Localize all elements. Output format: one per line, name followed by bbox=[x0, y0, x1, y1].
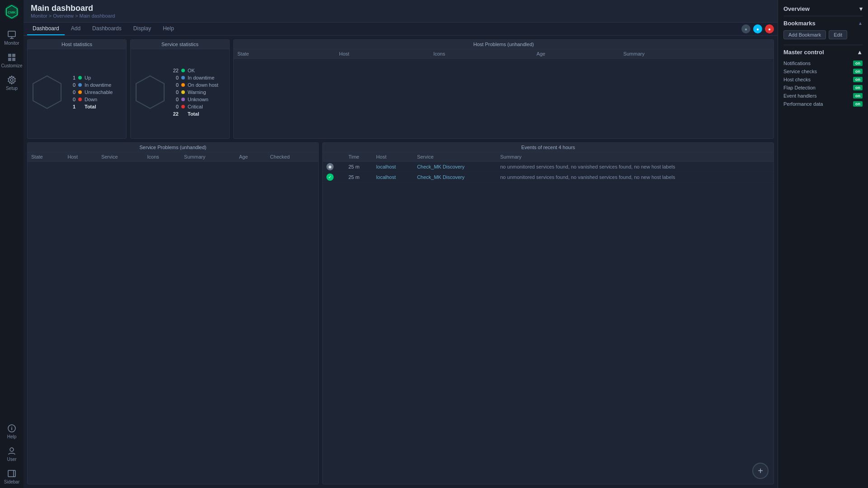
event-row[interactable]: ✓ 25 m localhost Check_MK Discovery no u… bbox=[323, 172, 774, 183]
event-summary: no unmonitored services found, no vanish… bbox=[496, 172, 774, 183]
host-stat-downtime[interactable]: 0 In downtime bbox=[66, 81, 123, 89]
nav-monitor[interactable]: Monitor bbox=[0, 27, 24, 49]
event-service[interactable]: Check_MK Discovery bbox=[413, 162, 496, 172]
dot-ok bbox=[181, 69, 185, 72]
service-hexagon bbox=[134, 74, 166, 110]
event-time: 25 m bbox=[345, 162, 373, 172]
event-host[interactable]: localhost bbox=[373, 162, 413, 172]
app-logo[interactable]: CMK bbox=[4, 4, 20, 21]
add-widget-button[interactable]: + bbox=[752, 463, 769, 479]
nav-help[interactable]: i Help bbox=[0, 420, 24, 443]
tab-display[interactable]: Display bbox=[128, 23, 156, 35]
evt-col-summary: Summary bbox=[496, 152, 774, 162]
dot-svc-total bbox=[181, 112, 185, 116]
service-statistics-panel: Service statistics 22 OK 0 bbox=[130, 39, 230, 139]
host-stat-down[interactable]: 0 Down bbox=[66, 96, 123, 103]
edit-bookmark-button[interactable]: Edit bbox=[829, 30, 847, 39]
event-host[interactable]: localhost bbox=[373, 172, 413, 183]
master-control-item[interactable]: Host checks on bbox=[783, 75, 863, 84]
svc-stat-unknown[interactable]: 0 Unknown bbox=[170, 96, 226, 103]
col-age: Age bbox=[533, 49, 620, 59]
master-control-arrow[interactable]: ▲ bbox=[857, 49, 863, 56]
main-area: Main dashboard Monitor > Overview > Main… bbox=[24, 0, 778, 488]
master-control-item[interactable]: Service checks on bbox=[783, 67, 863, 75]
nav-customize[interactable]: Customize bbox=[0, 49, 24, 72]
tab-icon-1[interactable]: ● bbox=[741, 24, 750, 33]
event-service[interactable]: Check_MK Discovery bbox=[413, 172, 496, 183]
nav-tabs-bar: Dashboard Add Dashboards Display Help ● … bbox=[24, 23, 778, 36]
event-status-icon: ◉ bbox=[323, 162, 345, 172]
svg-text:i: i bbox=[11, 426, 12, 431]
tab-icon-3[interactable]: ● bbox=[765, 24, 774, 33]
dot-down bbox=[78, 98, 82, 101]
host-problems-table: State Host Icons Age Summary bbox=[234, 49, 774, 59]
breadcrumb: Monitor > Overview > Main dashboard bbox=[31, 13, 770, 19]
control-status-badge[interactable]: on bbox=[853, 77, 863, 82]
divider-2 bbox=[783, 45, 863, 45]
host-stat-unreachable[interactable]: 0 Unreachable bbox=[66, 89, 123, 96]
divider-1 bbox=[783, 16, 863, 16]
master-control-item[interactable]: Flap Detection on bbox=[783, 84, 863, 92]
control-label: Host checks bbox=[783, 77, 811, 82]
svg-marker-16 bbox=[33, 76, 61, 108]
events-header-row: Time Host Service Summary bbox=[323, 152, 774, 162]
bookmarks-arrow[interactable]: ▲ bbox=[858, 21, 863, 26]
svc-col-state: State bbox=[28, 152, 64, 162]
svc-col-checked: Checked bbox=[266, 152, 318, 162]
control-label: Notifications bbox=[783, 61, 811, 66]
control-status-badge[interactable]: on bbox=[853, 93, 863, 99]
dot-unreachable bbox=[78, 90, 82, 94]
host-stats-header: Host statistics bbox=[28, 40, 126, 49]
svc-stat-downhost[interactable]: 0 On down host bbox=[170, 81, 226, 89]
tab-help[interactable]: Help bbox=[157, 23, 179, 35]
svc-stat-warning[interactable]: 0 Warning bbox=[170, 89, 226, 96]
svc-col-age: Age bbox=[236, 152, 267, 162]
col-host: Host bbox=[335, 49, 429, 59]
host-problems-panel: Host Problems (unhandled) State Host Ico… bbox=[233, 39, 774, 139]
nav-setup[interactable]: Setup bbox=[0, 72, 24, 94]
control-status-badge[interactable]: on bbox=[853, 101, 863, 107]
service-problems-header: Service Problems (unhandled) bbox=[28, 143, 318, 152]
dashboard-content: Host statistics 1 Up 0 bbox=[24, 36, 778, 488]
service-stats-header: Service statistics bbox=[131, 40, 229, 49]
tab-add[interactable]: Add bbox=[66, 23, 86, 35]
svg-rect-7 bbox=[12, 54, 15, 57]
dot-total bbox=[78, 105, 82, 108]
svg-rect-9 bbox=[12, 58, 15, 61]
tab-icon-2[interactable]: ● bbox=[753, 24, 762, 33]
evt-col-icon bbox=[323, 152, 345, 162]
master-control-item[interactable]: Performance data on bbox=[783, 100, 863, 108]
dot-critical bbox=[181, 105, 185, 108]
event-row[interactable]: ◉ 25 m localhost Check_MK Discovery no u… bbox=[323, 162, 774, 172]
tab-dashboards[interactable]: Dashboards bbox=[87, 23, 127, 35]
add-bookmark-button[interactable]: Add Bookmark bbox=[783, 30, 826, 39]
service-problems-table: State Host Service Icons Summary Age Che… bbox=[28, 152, 318, 162]
control-status-badge[interactable]: on bbox=[853, 61, 863, 66]
host-problems-header-row: State Host Icons Age Summary bbox=[234, 49, 774, 59]
svc-stat-downtime[interactable]: 0 In downtime bbox=[170, 74, 226, 81]
events-table: Time Host Service Summary ◉ 25 m localho… bbox=[323, 152, 774, 183]
dot-warning bbox=[181, 90, 185, 94]
host-stat-up[interactable]: 1 Up bbox=[66, 74, 123, 81]
svc-col-summary: Summary bbox=[180, 152, 236, 162]
overview-arrow[interactable]: ▾ bbox=[859, 5, 863, 12]
overview-section: Overview ▾ bbox=[783, 5, 863, 12]
control-status-badge[interactable]: on bbox=[853, 69, 863, 74]
tab-dashboard[interactable]: Dashboard bbox=[27, 23, 65, 35]
right-sidebar: Overview ▾ Bookmarks ▲ Add Bookmark Edit… bbox=[778, 0, 868, 488]
bookmark-buttons: Add Bookmark Edit bbox=[783, 30, 863, 39]
service-problems-panel: Service Problems (unhandled) State Host … bbox=[27, 142, 319, 484]
control-status-badge[interactable]: on bbox=[853, 85, 863, 90]
nav-user[interactable]: User bbox=[0, 443, 24, 465]
svc-col-service: Service bbox=[98, 152, 144, 162]
host-statistics-panel: Host statistics 1 Up 0 bbox=[27, 39, 127, 139]
nav-sidebar[interactable]: Sidebar bbox=[0, 465, 24, 488]
master-control-item[interactable]: Event handlers on bbox=[783, 92, 863, 100]
svc-stat-critical[interactable]: 0 Critical bbox=[170, 103, 226, 110]
svc-stat-ok[interactable]: 22 OK bbox=[170, 67, 226, 74]
evt-col-time: Time bbox=[345, 152, 373, 162]
host-hexagon bbox=[31, 74, 63, 110]
service-stats-body: 22 OK 0 In downtime 0 On down hos bbox=[131, 49, 229, 135]
master-control-item[interactable]: Notifications on bbox=[783, 59, 863, 67]
left-navigation: CMK Monitor Customize Setup i Help User … bbox=[0, 0, 24, 488]
